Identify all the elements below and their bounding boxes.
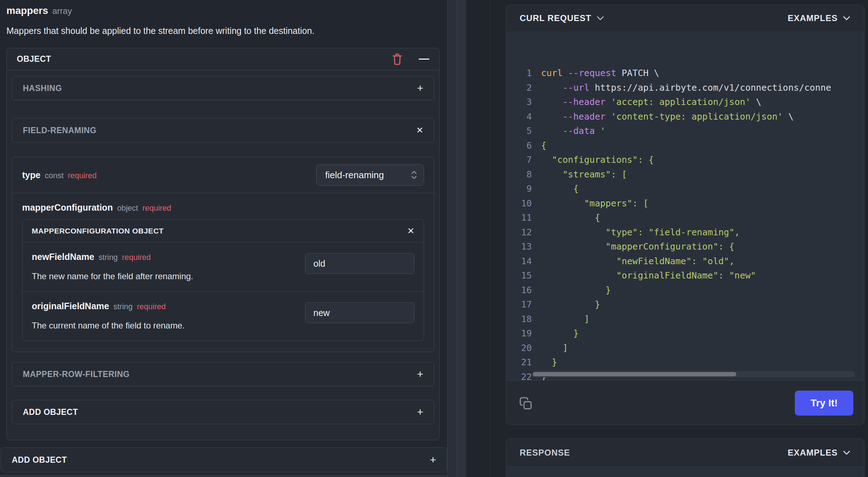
schema-form-column: mappers array Mappers that should be app… xyxy=(0,0,447,477)
response-title: RESPONSE xyxy=(520,448,570,458)
section-mapper-row-filtering-label: MAPPER-ROW-FILTERING xyxy=(23,370,417,379)
required-badge: required xyxy=(122,253,151,262)
line-number: 19 xyxy=(506,326,532,341)
code-line: 11 { xyxy=(506,211,864,225)
plus-icon[interactable]: + xyxy=(417,83,423,94)
section-field-renaming[interactable]: FIELD-RENAMING ✕ xyxy=(12,118,434,142)
property-kind: object xyxy=(117,204,138,213)
line-number: 11 xyxy=(506,211,532,225)
property-kind: string xyxy=(99,253,118,262)
line-number: 10 xyxy=(506,196,532,211)
type-select[interactable]: field-renaming xyxy=(316,164,424,186)
code-line: 17 } xyxy=(506,297,864,312)
chevron-down-icon xyxy=(596,16,604,21)
line-number: 21 xyxy=(506,355,532,370)
code-line: 15 "originalFieldName": "new" xyxy=(506,268,864,283)
code-line: 7 "configurations": { xyxy=(506,153,864,167)
curl-request-card: CURL REQUEST EXAMPLES 1curl --request PA… xyxy=(506,5,864,425)
line-number: 5 xyxy=(506,124,532,139)
line-number: 15 xyxy=(506,268,532,283)
copy-icon xyxy=(519,396,533,410)
code-line: 20 ] xyxy=(506,341,864,356)
code-line: 3 --header 'accept: application/json' \ xyxy=(506,95,864,110)
close-icon[interactable]: ✕ xyxy=(407,227,414,235)
curl-request-dropdown[interactable]: CURL REQUEST xyxy=(520,13,604,23)
code-line: 2 --url https://api.airbyte.com/v1/conne… xyxy=(506,81,864,95)
mapper-configuration-card: MAPPERCONFIGURATION OBJECT ✕ newFieldNam… xyxy=(22,219,424,341)
examples-dropdown[interactable]: EXAMPLES xyxy=(788,13,851,23)
code-line: 10 "mappers": [ xyxy=(506,196,864,211)
property-description: The current name of the field to rename. xyxy=(32,321,305,331)
field-type: array xyxy=(52,6,72,16)
code-line: 13 "mapperConfiguration": { xyxy=(506,240,864,254)
property-name: newFieldName xyxy=(32,252,94,262)
close-icon[interactable]: ✕ xyxy=(416,126,423,135)
line-number: 4 xyxy=(506,110,532,124)
plus-icon[interactable]: + xyxy=(417,369,423,380)
line-number: 7 xyxy=(506,153,532,167)
line-number: 17 xyxy=(506,297,532,312)
section-mapper-row-filtering[interactable]: MAPPER-ROW-FILTERING + xyxy=(12,362,434,386)
line-number: 2 xyxy=(506,81,532,95)
line-number: 6 xyxy=(506,139,532,153)
field-name: mappers xyxy=(6,5,48,16)
column-divider xyxy=(490,0,490,477)
response-header: RESPONSE EXAMPLES xyxy=(506,439,864,467)
api-playground-column: CURL REQUEST EXAMPLES 1curl --request PA… xyxy=(466,0,868,477)
select-chevrons-icon xyxy=(410,170,418,180)
collapse-object-button[interactable] xyxy=(403,59,429,60)
page-scrollbar-track[interactable] xyxy=(447,0,457,477)
copy-code-button[interactable] xyxy=(519,396,533,410)
curl-card-footer: Try It! xyxy=(506,380,864,425)
mapper-configuration-card-header: MAPPERCONFIGURATION OBJECT ✕ xyxy=(22,220,424,242)
code-line: 6{ xyxy=(506,139,864,153)
original-field-name-row: originalFieldName string required The cu… xyxy=(22,292,424,341)
line-number: 16 xyxy=(506,283,532,298)
minus-icon xyxy=(419,59,429,60)
new-field-name-input[interactable]: old xyxy=(305,253,414,274)
property-description: The new name for the field after renamin… xyxy=(32,271,305,281)
plus-icon[interactable]: + xyxy=(417,407,423,417)
code-line: 1curl --request PATCH \ xyxy=(506,66,864,81)
horizontal-scrollbar-thumb[interactable] xyxy=(533,372,736,376)
section-hashing-label: HASHING xyxy=(23,84,417,93)
add-object-button-inner[interactable]: ADD OBJECT + xyxy=(12,400,434,424)
trash-icon xyxy=(392,53,403,66)
chevron-down-icon xyxy=(843,16,851,21)
horizontal-scrollbar-track[interactable] xyxy=(532,371,855,377)
column-gutter xyxy=(457,0,466,477)
line-number: 8 xyxy=(506,167,532,182)
examples-label: EXAMPLES xyxy=(788,13,838,23)
add-object-button-outer[interactable]: ADD OBJECT + xyxy=(1,447,447,472)
section-hashing[interactable]: HASHING + xyxy=(12,76,434,100)
object-card-title: OBJECT xyxy=(17,54,392,64)
line-number: 12 xyxy=(506,225,532,240)
line-number: 9 xyxy=(506,182,532,196)
field-renaming-group: type const required field-renaming mappe… xyxy=(12,157,434,352)
curl-request-header: CURL REQUEST EXAMPLES xyxy=(506,5,864,31)
next-section-edge xyxy=(0,475,447,477)
property-name: originalFieldName xyxy=(32,301,109,311)
code-line: 4 --header 'content-type: application/js… xyxy=(506,110,864,124)
response-card: RESPONSE EXAMPLES xyxy=(506,438,864,477)
original-field-name-input[interactable]: new xyxy=(305,302,414,323)
required-badge: required xyxy=(68,171,97,180)
delete-object-button[interactable] xyxy=(392,53,403,66)
field-description: Mappers that should be applied to the st… xyxy=(6,26,314,36)
chevron-down-icon xyxy=(843,450,851,455)
examples-label: EXAMPLES xyxy=(788,448,838,458)
line-number: 18 xyxy=(506,312,532,327)
plus-icon[interactable]: + xyxy=(430,455,436,465)
examples-dropdown[interactable]: EXAMPLES xyxy=(788,448,851,458)
try-it-button[interactable]: Try It! xyxy=(795,391,853,416)
code-line: 18 ] xyxy=(506,312,864,327)
curl-code-block: 1curl --request PATCH \2 --url https://a… xyxy=(506,31,864,380)
mapper-configuration-row: mapperConfiguration object required xyxy=(12,193,434,213)
field-title-row: mappers array xyxy=(6,5,72,16)
type-select-value: field-renaming xyxy=(325,170,410,181)
property-name: type xyxy=(22,170,40,180)
property-kind: const xyxy=(45,171,64,180)
code-line: 9 { xyxy=(506,182,864,196)
required-badge: required xyxy=(137,302,166,311)
object-card-header: OBJECT xyxy=(7,48,439,70)
